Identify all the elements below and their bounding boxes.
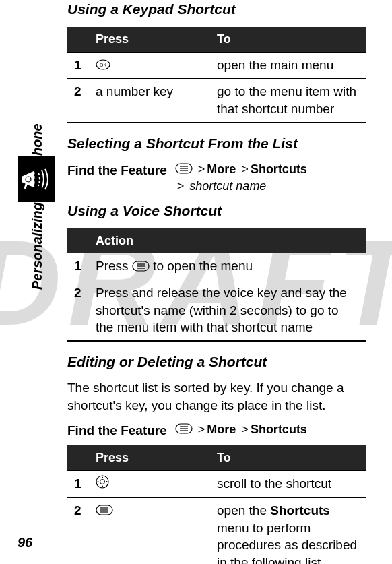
row-number: 1 — [67, 470, 89, 497]
th-blank — [67, 228, 89, 253]
th-blank — [67, 445, 89, 470]
heading-voice-shortcut: Using a Voice Shortcut — [67, 201, 366, 220]
row-number: 1 — [67, 253, 89, 280]
path-sep: > — [196, 162, 207, 176]
feature-path: >More >Shortcuts > shortcut name — [175, 161, 366, 195]
cell-to: open the main menu — [210, 52, 366, 79]
cell-to: go to the menu item with that shortcut n… — [210, 79, 366, 123]
nav-key-icon — [96, 475, 109, 493]
cell-press: OK — [89, 52, 210, 79]
svg-point-16 — [100, 480, 105, 484]
row-number: 2 — [67, 280, 89, 341]
th-action: Action — [89, 228, 366, 253]
table-row: 2 Press and release the voice key and sa… — [67, 280, 366, 341]
path-shortcuts: Shortcuts — [251, 162, 307, 176]
path-shortcut-name: shortcut name — [189, 179, 266, 193]
svg-point-18 — [102, 486, 103, 487]
table-voice-shortcut: Action 1 Press to open the menu 2 Press … — [67, 228, 366, 342]
table-row: 2 a number key go to the menu item with … — [67, 79, 366, 123]
path-sep: > — [239, 162, 251, 176]
th-press: Press — [89, 445, 210, 470]
row-number: 2 — [67, 497, 89, 564]
row-number: 2 — [67, 79, 89, 123]
find-the-feature-label: Find the Feature — [67, 161, 167, 179]
menu-key-icon — [175, 162, 193, 178]
find-the-feature-row: Find the Feature >More >Shortcuts — [67, 421, 366, 439]
path-shortcuts: Shortcuts — [251, 422, 307, 436]
cell-press: a number key — [89, 79, 210, 123]
table-keypad-shortcut: Press To 1 OK open the main menu 2 a num… — [67, 27, 366, 123]
path-sep: > — [175, 179, 187, 193]
menu-key-icon — [132, 259, 150, 276]
table-row: 2 open the Shortcuts menu to perform pro… — [67, 497, 366, 564]
svg-point-19 — [98, 481, 99, 482]
th-blank — [67, 27, 89, 52]
th-to: To — [210, 445, 366, 470]
path-more: More — [207, 162, 236, 176]
svg-point-17 — [102, 477, 103, 478]
heading-keypad-shortcut: Using a Keypad Shortcut — [67, 0, 366, 19]
th-press: Press — [89, 27, 210, 52]
th-to: To — [210, 27, 366, 52]
path-sep: > — [196, 422, 207, 436]
action-text-pre: Press — [96, 259, 132, 273]
cell-to: scroll to the shortcut — [210, 470, 366, 497]
menu-key-icon — [96, 503, 113, 520]
to-pre: open the — [217, 503, 270, 518]
to-bold: Shortcuts — [270, 503, 330, 518]
ok-key-icon: OK — [96, 57, 110, 75]
find-the-feature-label: Find the Feature — [67, 421, 167, 439]
table-row: 1 OK open the main menu — [67, 52, 366, 79]
path-sep: > — [239, 422, 251, 436]
feature-path: >More >Shortcuts — [175, 421, 366, 438]
edit-delete-body: The shortcut list is sorted by key. If y… — [67, 379, 366, 414]
find-the-feature-row: Find the Feature >More >Shortcuts > shor… — [67, 161, 366, 195]
menu-key-icon — [175, 422, 193, 438]
table-edit-delete: Press To 1 scroll to the shortcut 2 — [67, 445, 366, 564]
action-text-post: to open the menu — [150, 259, 253, 273]
heading-edit-delete: Editing or Deleting a Shortcut — [67, 352, 366, 371]
table-row: 1 scroll to the shortcut — [67, 470, 366, 497]
cell-action: Press to open the menu — [89, 253, 366, 280]
svg-text:OK: OK — [100, 63, 106, 67]
table-row: 1 Press to open the menu — [67, 253, 366, 280]
heading-select-from-list: Selecting a Shortcut From the List — [67, 134, 366, 153]
path-more: More — [207, 422, 236, 436]
cell-to: open the Shortcuts menu to perform proce… — [210, 497, 366, 564]
cell-press — [89, 497, 210, 564]
cell-press — [89, 470, 210, 497]
to-post: menu to perform procedures as described … — [217, 521, 357, 564]
svg-point-20 — [106, 481, 108, 482]
cell-action: Press and release the voice key and say … — [89, 280, 366, 341]
row-number: 1 — [67, 52, 89, 79]
